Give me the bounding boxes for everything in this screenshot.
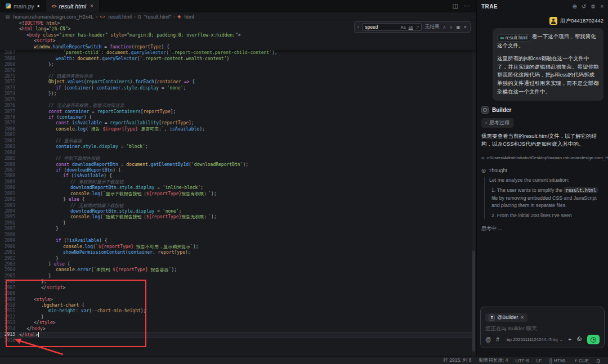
breadcrumb-project[interactable]: human.rahumandesign.com_H2x4L [14, 14, 94, 20]
line-number[interactable]: 2897 [0, 226, 19, 232]
file-reference-chip[interactable]: <> result.html [497, 34, 530, 42]
line-number[interactable]: 2887 [0, 168, 19, 173]
line-number [0, 21, 19, 26]
line-number[interactable]: 2879 [0, 120, 19, 126]
more-actions-icon[interactable]: ⋯ [464, 2, 470, 10]
eol-type[interactable]: LF [537, 358, 542, 363]
user-row: 用户04418702442 [477, 12, 608, 27]
line-number[interactable]: 2877 [0, 109, 19, 115]
line-number[interactable]: 2893 [0, 203, 19, 209]
whole-word-icon[interactable]: ab [409, 25, 413, 30]
code-line: 2869}; [0, 62, 476, 68]
line-number[interactable]: 2874 [0, 91, 19, 97]
unsaved-dot-icon[interactable]: ● [37, 3, 40, 8]
close-find-icon[interactable]: × [464, 24, 467, 30]
builder-mention-chip[interactable]: @Builder ✕ [485, 313, 527, 322]
line-number[interactable]: 2886 [0, 162, 19, 168]
chat-placeholder[interactable]: 您正在与 Builder 聊天 [485, 325, 600, 332]
line-number[interactable]: 2871 [0, 74, 19, 79]
breadcrumb-symbol[interactable]: "result.html" [144, 14, 171, 20]
line-number[interactable]: 2901 [0, 250, 19, 255]
thinking-status: 思考中 ... [477, 219, 608, 232]
code-line: 2892} else { [0, 197, 476, 203]
thinking-process-chip[interactable]: › 思考过程 [481, 118, 513, 128]
line-number[interactable]: 2905 [0, 273, 19, 279]
line-number[interactable]: 2876 [0, 103, 19, 109]
encoding[interactable]: UTF-8 [516, 358, 529, 363]
line-number[interactable]: 2883 [0, 144, 19, 150]
line-number[interactable]: 2868 [0, 56, 19, 62]
line-number[interactable]: 2870 [0, 68, 19, 74]
line-number[interactable]: 2873 [0, 86, 19, 91]
toggle-replace-icon[interactable]: › [357, 24, 359, 30]
match-case-icon[interactable]: Aa [400, 25, 405, 30]
line-number[interactable]: 2878 [0, 115, 19, 120]
microphone-icon[interactable] [576, 336, 582, 343]
model-selector[interactable]: ep-20251111124244-r7nrq ⌄ [507, 337, 563, 342]
breadcrumb-tag[interactable]: html [184, 14, 194, 20]
find-next-icon[interactable]: ∨ [449, 25, 453, 30]
stop-button[interactable] [587, 335, 600, 344]
find-input[interactable]: speed Aa ab .* [362, 23, 422, 31]
tab-main-py[interactable]: main.py ● [0, 0, 46, 12]
line-number[interactable]: 2894 [0, 209, 19, 214]
line-number[interactable]: 2899 [0, 238, 19, 244]
code-line: 2885// 控制下载报告按钮 [0, 156, 476, 161]
line-number[interactable]: 2875 [0, 97, 19, 103]
language-mode[interactable]: {} HTML [549, 358, 567, 363]
find-widget: › speed Aa ab .* 无结果 ∧ ∨ ▣ × [354, 21, 471, 33]
line-number[interactable]: 2892 [0, 197, 19, 203]
regex-icon[interactable]: .* [416, 25, 419, 30]
split-editor-icon[interactable]: ◫ [453, 2, 458, 10]
line-number[interactable]: 2898 [0, 232, 19, 238]
find-query[interactable]: speed [365, 24, 397, 30]
line-number[interactable]: 2885 [0, 156, 19, 161]
file-path[interactable]: c:\Users\Administrator\Desktop\human.rah… [487, 155, 608, 160]
remove-mention-icon[interactable]: ✕ [520, 315, 524, 320]
tab-size[interactable]: 制表符长度: 4 [479, 357, 508, 364]
cursor-position[interactable]: 行 2915, 列 8 [443, 357, 471, 364]
line-number[interactable]: 2867 [0, 50, 19, 56]
code-line: 2873if (container) container.style.displ… [0, 86, 476, 91]
tab-bar: main.py ● <> result.html × ◫ ⋯ [0, 0, 476, 12]
line-number[interactable]: 2884 [0, 150, 19, 156]
line-number[interactable]: 2880 [0, 127, 19, 132]
mention-icon[interactable]: @ [485, 336, 491, 343]
line-number [0, 38, 19, 44]
line-number[interactable]: 2881 [0, 132, 19, 138]
close-tab-icon[interactable]: × [90, 3, 93, 9]
breadcrumb-file[interactable]: result.html [109, 14, 132, 20]
history-icon[interactable]: ↺ [582, 3, 586, 10]
chat-input-box[interactable]: @Builder ✕ 您正在与 Builder 聊天 @ # ep-202511… [480, 307, 605, 348]
line-number[interactable]: 2888 [0, 173, 19, 179]
line-number[interactable]: 2882 [0, 138, 19, 144]
code-line: 2877const container = reportContainers[r… [0, 109, 476, 115]
user-avatar [549, 17, 557, 25]
tab-result-html[interactable]: <> result.html × [46, 0, 100, 12]
context-icon[interactable]: # [496, 336, 499, 343]
line-number[interactable]: 2900 [0, 244, 19, 250]
line-number[interactable]: 2895 [0, 214, 19, 220]
close-panel-icon[interactable]: × [600, 3, 603, 10]
file-link[interactable]: ∞ c:\Users\Administrator\Desktop\human.r… [477, 148, 608, 163]
line-number[interactable]: 2890 [0, 185, 19, 191]
line-number[interactable]: 2902 [0, 256, 19, 262]
line-number[interactable]: 2896 [0, 221, 19, 226]
editor-scrollbar[interactable] [472, 21, 476, 356]
find-previous-icon[interactable]: ∧ [442, 25, 446, 30]
settings-gear-icon[interactable]: ⚙ [591, 3, 596, 10]
scrollbar-thumb[interactable] [472, 250, 475, 352]
line-number[interactable]: 2889 [0, 179, 19, 185]
line-number[interactable]: 2903 [0, 262, 19, 267]
find-in-selection-icon[interactable]: ▣ [456, 25, 461, 30]
line-number[interactable]: 2891 [0, 191, 19, 197]
assistant-text: 我需要查看当前的result.html文件，以了解它的结构，以及CSS和JS代码… [477, 128, 608, 149]
cue-status[interactable]: ⚡ CUE [574, 358, 589, 363]
line-number[interactable]: 2904 [0, 267, 19, 273]
trae-ai-panel: TRAE ⊕ ↺ ⚙ × 用户04418702442 <> result.htm… [477, 0, 608, 356]
line-number[interactable]: 2869 [0, 62, 19, 68]
new-chat-icon[interactable]: ⊕ [572, 3, 576, 10]
add-attachment-icon[interactable]: + [568, 336, 571, 343]
notifications-bell-icon[interactable] [596, 358, 600, 363]
line-number[interactable]: 2872 [0, 79, 19, 85]
